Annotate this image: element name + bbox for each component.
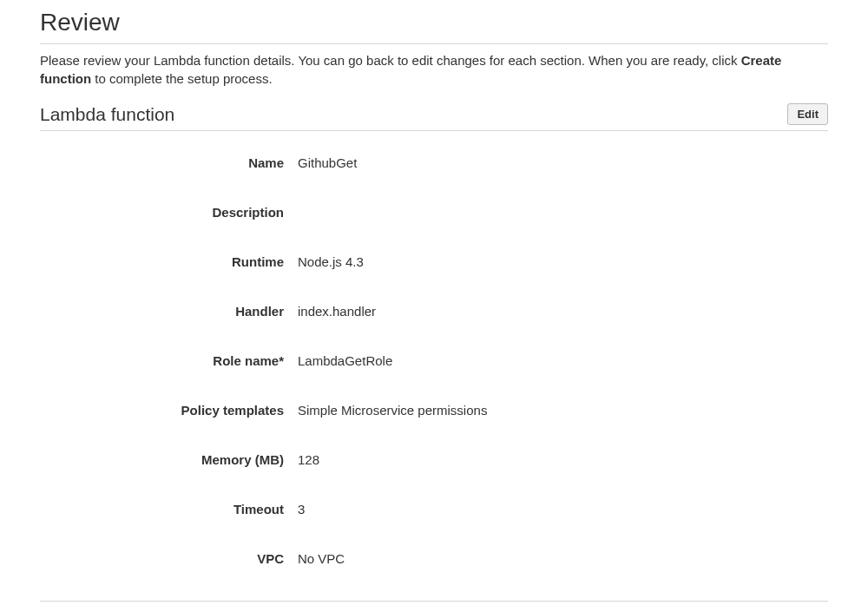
field-value: Node.js 4.3	[298, 254, 364, 269]
field-row-runtime: Runtime Node.js 4.3	[40, 254, 828, 269]
field-row-timeout: Timeout 3	[40, 502, 828, 517]
field-row-memory: Memory (MB) 128	[40, 452, 828, 467]
field-row-name: Name GithubGet	[40, 155, 828, 170]
field-value: GithubGet	[298, 155, 357, 170]
field-label: Timeout	[40, 502, 298, 517]
field-value: index.handler	[298, 304, 376, 319]
field-value: LambdaGetRole	[298, 353, 392, 368]
field-row-role: Role name* LambdaGetRole	[40, 353, 828, 368]
field-label: Runtime	[40, 254, 298, 269]
page-title: Review	[40, 0, 828, 43]
instruction-suffix: to complete the setup process.	[91, 71, 272, 86]
field-label: Description	[40, 205, 298, 220]
field-label: Name	[40, 155, 298, 170]
instruction-text: Please review your Lambda function detai…	[40, 44, 828, 103]
section-title: Lambda function	[40, 104, 174, 125]
field-label: Handler	[40, 304, 298, 319]
field-row-handler: Handler index.handler	[40, 304, 828, 319]
fields-container: Name GithubGet Description Runtime Node.…	[40, 131, 828, 566]
field-value: No VPC	[298, 551, 345, 566]
field-label: Role name*	[40, 353, 298, 368]
edit-button[interactable]: Edit	[787, 103, 828, 125]
instruction-prefix: Please review your Lambda function detai…	[40, 53, 741, 68]
field-value: Simple Microservice permissions	[298, 403, 487, 418]
field-label: VPC	[40, 551, 298, 566]
footer-actions: Cancel Previous Create function	[40, 601, 828, 612]
section-header: Lambda function Edit	[40, 103, 828, 130]
field-value: 3	[298, 502, 305, 517]
field-label: Memory (MB)	[40, 452, 298, 467]
field-label: Policy templates	[40, 403, 298, 418]
field-value: 128	[298, 452, 319, 467]
field-row-vpc: VPC No VPC	[40, 551, 828, 566]
field-row-description: Description	[40, 205, 828, 220]
field-row-policy: Policy templates Simple Microservice per…	[40, 403, 828, 418]
